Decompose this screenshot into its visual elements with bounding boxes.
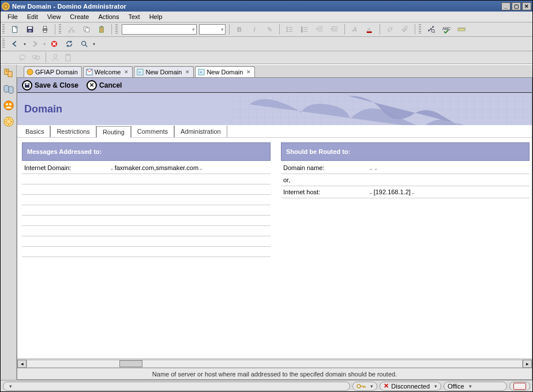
toolbar-grip[interactable] <box>2 24 5 35</box>
tab-new-domain-2[interactable]: ≡ New Domain ✕ <box>195 66 255 77</box>
svg-point-60 <box>27 69 33 75</box>
internet-host-row: Internet host: ⌐ [192.168.1.2] ⌐ <box>281 186 530 198</box>
spellcheck-icon[interactable]: ABC <box>440 24 453 35</box>
paste-icon[interactable] <box>95 24 108 35</box>
refresh-icon[interactable] <box>63 38 76 50</box>
page-banner: Domain <box>17 93 532 125</box>
svg-text:≡: ≡ <box>200 70 202 74</box>
subtab-basics[interactable]: Basics <box>20 126 50 137</box>
toolbar-grip[interactable] <box>59 24 61 35</box>
svg-rect-12 <box>100 26 103 28</box>
new-doc-icon[interactable] <box>9 24 21 35</box>
bold-icon[interactable]: B <box>233 24 246 35</box>
chat-icon[interactable] <box>19 54 28 62</box>
minimize-button[interactable]: _ <box>501 2 511 10</box>
routed-to-panel: Should be Routed to: Domain name: ⌐ ⌐ <box>281 142 530 356</box>
forward-icon[interactable] <box>28 38 41 50</box>
status-message-area[interactable] <box>3 382 350 391</box>
internet-domain-field[interactable]: ⌐ faxmaker.com,smsmaker.com ⌐ <box>111 164 202 171</box>
ruler-icon[interactable] <box>455 24 468 35</box>
toolbar-grip[interactable] <box>2 39 5 49</box>
clipboard-icon[interactable] <box>63 54 73 62</box>
field-description-text: Name of server or host where mail addres… <box>152 371 397 378</box>
font-style-icon[interactable]: A <box>348 24 361 35</box>
svg-point-56 <box>4 101 13 110</box>
internet-host-field[interactable]: ⌐ [192.168.1.2] ⌐ <box>370 189 415 195</box>
sidebar-config-icon[interactable] <box>2 115 15 128</box>
tab-close-icon[interactable]: ✕ <box>124 69 129 75</box>
toolbar-grip[interactable] <box>419 24 421 35</box>
cut-icon[interactable] <box>65 24 78 35</box>
sidebar-databases-icon[interactable] <box>2 83 15 96</box>
status-connection[interactable]: ✕ Disconnected <box>380 382 441 391</box>
internet-host-value: [192.168.1.2] <box>373 189 412 195</box>
internet-host-label: Internet host: <box>281 186 367 198</box>
indent-icon[interactable] <box>328 24 341 35</box>
menu-edit[interactable]: Edit <box>22 12 43 21</box>
status-indicator[interactable] <box>509 382 530 391</box>
close-icon: ✕ <box>87 80 97 91</box>
stop-icon[interactable] <box>48 38 61 50</box>
restore-button[interactable]: ▢ <box>512 2 521 10</box>
status-location[interactable]: Office <box>444 382 507 391</box>
menu-help[interactable]: Help <box>145 12 167 21</box>
connection-label: Disconnected <box>391 383 430 390</box>
scroll-right-icon[interactable]: ▸ <box>523 360 532 368</box>
svg-point-58 <box>9 103 12 105</box>
internet-domain-label: Internet Domain: <box>22 162 108 174</box>
search-icon[interactable] <box>78 38 91 50</box>
mini-screen-icon <box>513 383 526 390</box>
font-color-icon[interactable]: A <box>363 24 376 35</box>
italic-icon[interactable]: I <box>248 24 261 35</box>
outdent-icon[interactable] <box>313 24 326 35</box>
disconnected-icon: ✕ <box>384 382 389 390</box>
scroll-thumb[interactable] <box>119 360 142 367</box>
scroll-left-icon[interactable]: ◂ <box>17 360 27 368</box>
menu-view[interactable]: View <box>43 12 66 21</box>
title-bar: New Domain - Domino Administrator _ ▢ ✕ <box>1 1 532 12</box>
tab-close-icon[interactable]: ✕ <box>185 69 190 75</box>
subtab-restrictions[interactable]: Restrictions <box>50 126 96 137</box>
workspace-tabs: GFIAP Domain Welcome ✕ ≡ New Domain ✕ ≡ … <box>17 66 532 77</box>
panel-header: Should be Routed to: <box>281 142 530 161</box>
cancel-button[interactable]: ✕ Cancel <box>87 80 122 91</box>
tab-label: New Domain <box>207 69 243 76</box>
tab-new-domain-1[interactable]: ≡ New Domain ✕ <box>134 66 194 77</box>
numbered-list-icon[interactable]: 123 <box>298 24 311 35</box>
print-icon[interactable] <box>39 24 51 35</box>
find-icon[interactable] <box>425 24 438 35</box>
menu-file[interactable]: File <box>3 12 22 21</box>
menu-text[interactable]: Text <box>123 12 144 21</box>
save-and-close-button[interactable]: Save & Close <box>22 80 78 91</box>
status-security[interactable] <box>352 382 377 391</box>
close-button[interactable]: ✕ <box>522 2 531 10</box>
font-family-select[interactable] <box>122 24 197 35</box>
toolbar-grip[interactable] <box>115 24 118 35</box>
copy-icon[interactable] <box>80 24 93 35</box>
scroll-track[interactable] <box>27 360 523 368</box>
tab-domain-nav[interactable]: GFIAP Domain <box>24 66 82 77</box>
save-icon[interactable] <box>24 24 36 35</box>
tab-label: GFIAP Domain <box>35 69 78 76</box>
chat-group-icon[interactable] <box>32 54 41 62</box>
tab-close-icon[interactable]: ✕ <box>246 69 251 75</box>
back-icon[interactable] <box>9 38 21 50</box>
sidebar-people-icon[interactable] <box>2 99 15 112</box>
font-size-select[interactable] <box>199 24 226 35</box>
permalink-icon[interactable] <box>384 24 396 35</box>
sidebar-replication-icon[interactable] <box>2 67 15 80</box>
menu-create[interactable]: Create <box>65 12 93 21</box>
person-icon[interactable] <box>51 54 60 62</box>
tab-welcome[interactable]: Welcome ✕ <box>83 66 133 77</box>
bullets-icon[interactable] <box>283 24 296 35</box>
svg-point-13 <box>287 27 288 28</box>
subtab-comments[interactable]: Comments <box>131 126 174 137</box>
subtab-routing[interactable]: Routing <box>96 126 131 138</box>
highlight-icon[interactable]: ✎ <box>263 24 276 35</box>
subtab-administration[interactable]: Administration <box>174 126 227 137</box>
attach-icon[interactable] <box>399 24 411 35</box>
domain-name-field[interactable]: ⌐ ⌐ <box>370 166 377 171</box>
menu-actions[interactable]: Actions <box>93 12 123 21</box>
svg-point-46 <box>20 55 25 59</box>
horizontal-scrollbar[interactable]: ◂ ▸ <box>17 359 532 368</box>
